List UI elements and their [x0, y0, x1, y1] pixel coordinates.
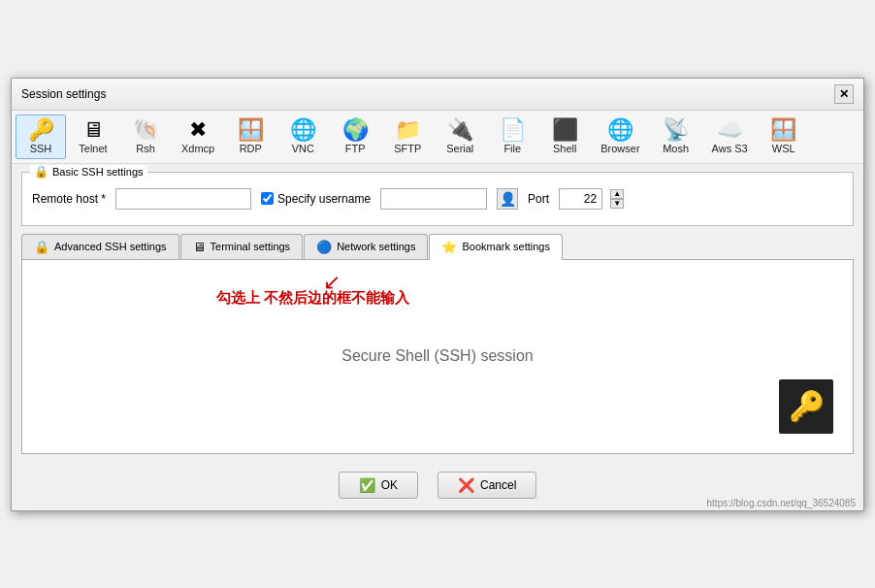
serial-icon: 🔌	[447, 119, 473, 141]
toolbar-item-vnc[interactable]: 🌐 VNC	[277, 114, 328, 159]
ok-icon: ✅	[359, 477, 375, 493]
tabs-bar: 🔒 Advanced SSH settings 🖥 Terminal setti…	[21, 234, 854, 260]
sftp-icon: 📁	[395, 119, 421, 141]
wsl-icon: 🪟	[770, 119, 796, 141]
telnet-label: Telnet	[79, 143, 107, 154]
mosh-label: Mosh	[663, 143, 689, 154]
shell-label: Shell	[553, 143, 576, 154]
basic-ssh-section: 🔒 Basic SSH settings Remote host * Speci…	[21, 172, 854, 226]
toolbar-item-awss3[interactable]: ☁️ Aws S3	[703, 114, 757, 159]
terminal-tab-label: Terminal settings	[211, 241, 291, 252]
arrow-checkbox: ↙	[323, 270, 340, 295]
toolbar-item-ssh[interactable]: 🔑 SSH	[16, 114, 66, 159]
toolbar-item-ftp[interactable]: 🌍 FTP	[330, 114, 380, 159]
key-icon: 🔑	[789, 389, 825, 423]
file-label: File	[503, 143, 521, 154]
toolbar-item-rdp[interactable]: 🪟 RDP	[225, 114, 275, 159]
content-area: 勾选上 不然后边的框不能输入 ↙ Secure Shell (SSH) sess…	[21, 260, 854, 454]
awss3-label: Aws S3	[712, 143, 748, 154]
shell-icon: ⬛	[552, 119, 578, 141]
close-button[interactable]: ✕	[834, 84, 854, 104]
cancel-label: Cancel	[480, 478, 516, 492]
section-title: 🔒 Basic SSH settings	[30, 165, 147, 179]
rdp-icon: 🪟	[238, 119, 264, 141]
advanced-ssh-tab-label: Advanced SSH settings	[54, 241, 167, 252]
tab-bookmark[interactable]: ⭐ Bookmark settings	[429, 234, 562, 260]
rdp-label: RDP	[240, 143, 262, 154]
toolbar-item-serial[interactable]: 🔌 Serial	[435, 114, 485, 159]
section-title-icon: 🔒	[34, 165, 49, 179]
basic-row: Remote host * Specify username 👤 Port ▲ …	[32, 182, 843, 215]
toolbar-item-file[interactable]: 📄 File	[487, 114, 537, 159]
ssh-session-text: Secure Shell (SSH) session	[341, 347, 533, 365]
ssh-icon: 🔑	[28, 119, 54, 141]
remote-host-input[interactable]	[115, 188, 251, 210]
title-bar: Session settings ✕	[12, 79, 863, 111]
ftp-label: FTP	[345, 143, 366, 154]
file-icon: 📄	[500, 119, 526, 141]
specify-username-label: Specify username	[277, 192, 371, 206]
toolbar-item-mosh[interactable]: 📡 Mosh	[651, 114, 701, 159]
ssh-label: SSH	[30, 143, 52, 154]
toolbar: 🔑 SSH 🖥 Telnet 🐚 Rsh ✖ Xdmcp 🪟 RDP 🌐 VNC	[12, 111, 863, 164]
toolbar-item-browser[interactable]: 🌐 Browser	[592, 114, 648, 159]
port-up-button[interactable]: ▲	[610, 189, 624, 199]
username-input[interactable]	[380, 188, 487, 210]
serial-label: Serial	[446, 143, 473, 154]
specify-username-checkbox[interactable]	[261, 192, 274, 205]
port-label: Port	[528, 192, 549, 206]
ok-label: OK	[381, 478, 398, 492]
rsh-label: Rsh	[136, 143, 155, 154]
rsh-icon: 🐚	[133, 119, 159, 141]
annotation-checkbox: 勾选上 不然后边的框不能输入	[216, 289, 409, 308]
xdmcp-label: Xdmcp	[181, 143, 214, 154]
telnet-icon: 🖥	[82, 119, 104, 141]
wsl-label: WSL	[772, 143, 795, 154]
xdmcp-icon: ✖	[189, 119, 207, 141]
network-tab-icon: 🔵	[316, 240, 332, 254]
mosh-icon: 📡	[663, 119, 689, 141]
session-settings-dialog: Session settings ✕ 🔑 SSH 🖥 Telnet 🐚 Rsh …	[11, 78, 864, 511]
watermark: https://blog.csdn.net/qq_36524085	[707, 498, 856, 508]
toolbar-item-wsl[interactable]: 🪟 WSL	[759, 114, 809, 159]
tab-advanced-ssh[interactable]: 🔒 Advanced SSH settings	[21, 234, 179, 259]
user-icon-button[interactable]: 👤	[497, 188, 518, 210]
tab-network[interactable]: 🔵 Network settings	[304, 234, 428, 259]
advanced-ssh-tab-icon: 🔒	[34, 240, 49, 254]
browser-icon: 🌐	[607, 119, 633, 141]
port-spinner: ▲ ▼	[610, 189, 624, 209]
vnc-label: VNC	[292, 143, 314, 154]
awss3-icon: ☁️	[717, 119, 743, 141]
cancel-icon: ❌	[458, 477, 474, 493]
tab-terminal[interactable]: 🖥 Terminal settings	[180, 234, 304, 259]
bookmark-tab-icon: ⭐	[441, 240, 457, 254]
port-input[interactable]	[559, 188, 602, 210]
toolbar-item-telnet[interactable]: 🖥 Telnet	[68, 114, 118, 159]
sftp-label: SFTP	[394, 143, 421, 154]
toolbar-item-rsh[interactable]: 🐚 Rsh	[120, 114, 171, 159]
bookmark-tab-label: Bookmark settings	[462, 241, 549, 252]
network-tab-label: Network settings	[337, 241, 415, 252]
port-down-button[interactable]: ▼	[610, 199, 624, 209]
ok-button[interactable]: ✅ OK	[339, 472, 418, 499]
ftp-icon: 🌍	[342, 119, 369, 141]
toolbar-item-xdmcp[interactable]: ✖ Xdmcp	[173, 114, 223, 159]
browser-label: Browser	[600, 143, 639, 154]
remote-host-label: Remote host *	[32, 192, 106, 206]
dialog-title: Session settings	[21, 87, 106, 101]
key-icon-box: 🔑	[779, 379, 833, 434]
terminal-tab-icon: 🖥	[193, 240, 206, 254]
cancel-button[interactable]: ❌ Cancel	[438, 472, 536, 499]
toolbar-item-shell[interactable]: ⬛ Shell	[539, 114, 590, 159]
specify-username-checkbox-label[interactable]: Specify username	[261, 192, 371, 206]
vnc-icon: 🌐	[290, 119, 316, 141]
toolbar-item-sftp[interactable]: 📁 SFTP	[382, 114, 433, 159]
